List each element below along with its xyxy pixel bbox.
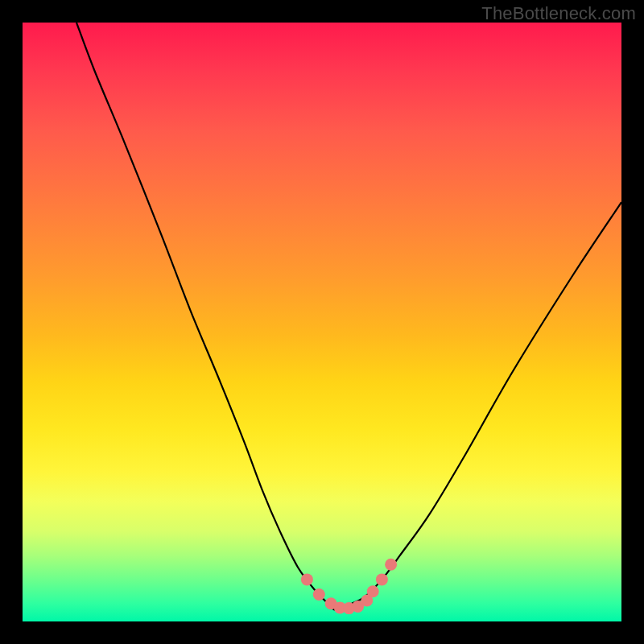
watermark-text: TheBottleneck.com [481,3,636,24]
highlight-dot [367,585,379,597]
highlight-dot [325,597,337,609]
highlight-dot [301,573,313,585]
curve-layer [23,23,621,621]
bottleneck-curve [76,23,621,610]
highlight-dot [376,573,388,585]
highlight-dot [343,602,355,614]
chart-frame: TheBottleneck.com [0,0,644,644]
highlight-dot [334,601,346,613]
highlight-dot [385,559,397,571]
plot-area [23,23,621,621]
highlight-dot [313,588,325,601]
highlight-dot [361,595,373,607]
highlight-dot [352,601,364,613]
